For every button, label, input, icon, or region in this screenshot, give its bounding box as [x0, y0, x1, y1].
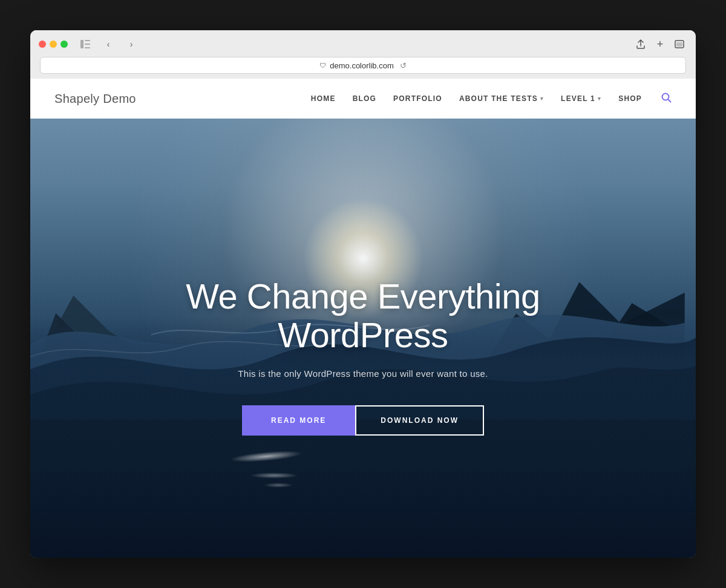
site-content: Shapely Demo HOME BLOG PORTFOLIO ABOUT T…: [30, 79, 696, 558]
light-reflection-3: [263, 483, 293, 488]
browser-chrome: ‹ › + 🛡 demo: [30, 30, 696, 79]
hero-section: We Change Everything WordPress This is t…: [30, 119, 696, 558]
hero-content: We Change Everything WordPress This is t…: [162, 277, 564, 436]
nav-shop[interactable]: SHOP: [618, 94, 642, 103]
chevron-down-icon: ▾: [540, 96, 544, 102]
tab-overview-button[interactable]: [672, 36, 687, 52]
nav-about[interactable]: ABOUT THE TESTS ▾: [459, 94, 544, 103]
hero-title: We Change Everything WordPress: [186, 277, 540, 354]
share-button[interactable]: [633, 36, 649, 52]
svg-rect-1: [85, 40, 90, 41]
back-button[interactable]: ‹: [100, 36, 116, 52]
svg-rect-3: [85, 47, 90, 48]
new-tab-button[interactable]: +: [652, 36, 668, 52]
hero-subtitle: This is the only WordPress theme you wil…: [186, 368, 540, 379]
site-nav: HOME BLOG PORTFOLIO ABOUT THE TESTS ▾ LE…: [311, 93, 672, 105]
nav-blog[interactable]: BLOG: [353, 94, 376, 103]
address-bar[interactable]: 🛡 demo.colorlib.com ↺: [40, 57, 686, 74]
minimize-button[interactable]: [50, 41, 57, 48]
svg-line-7: [668, 99, 670, 102]
hero-buttons: READ MORE DOWNLOAD NOW: [186, 405, 540, 436]
svg-rect-2: [85, 44, 90, 45]
browser-window: ‹ › + 🛡 demo: [30, 30, 696, 558]
svg-rect-0: [80, 40, 83, 48]
reload-icon[interactable]: ↺: [400, 61, 407, 70]
search-button[interactable]: [661, 93, 672, 105]
maximize-button[interactable]: [60, 41, 68, 48]
download-now-button[interactable]: DOWNLOAD NOW: [355, 405, 484, 436]
security-shield-icon: 🛡: [319, 62, 326, 69]
nav-portfolio[interactable]: PORTFOLIO: [393, 94, 442, 103]
close-button[interactable]: [39, 41, 46, 48]
nav-level1[interactable]: LEVEL 1 ▾: [561, 94, 601, 103]
svg-rect-5: [676, 42, 682, 47]
traffic-lights: [39, 41, 68, 48]
site-logo[interactable]: Shapely Demo: [54, 92, 136, 106]
chevron-down-icon: ▾: [598, 96, 601, 102]
sidebar-toggle-icon[interactable]: [77, 36, 93, 52]
forward-button[interactable]: ›: [123, 36, 139, 52]
url-text: demo.colorlib.com: [330, 61, 394, 70]
read-more-button[interactable]: READ MORE: [242, 405, 355, 436]
site-header: Shapely Demo HOME BLOG PORTFOLIO ABOUT T…: [30, 79, 696, 119]
nav-home[interactable]: HOME: [311, 94, 336, 103]
